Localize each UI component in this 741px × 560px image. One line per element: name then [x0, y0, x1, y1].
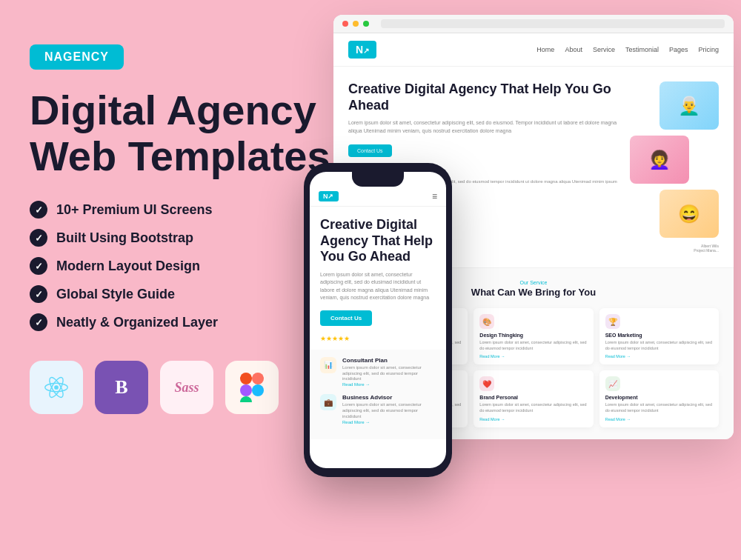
browser-dot-yellow: [353, 21, 359, 27]
service-card-brand: ❤️ Brand Personal Lorem ipsum dolor sit …: [473, 370, 593, 427]
browser-dot-red: [342, 21, 348, 27]
service-card-design: 🎨 Design Thingking Lorem ipsum dolor sit…: [473, 308, 593, 364]
phone-service-item-1: 📊 Consultant Plan Lorem ipsum dolor sit …: [320, 357, 436, 387]
person-image-3: 😄: [659, 190, 719, 238]
service-desc: Lorem ipsum dolor sit amet, consectetur …: [479, 402, 587, 413]
svg-point-8: [252, 384, 264, 396]
check-icon: [30, 285, 47, 303]
phone-service-info-1: Consultant Plan Lorem ipsum dolor sit am…: [342, 357, 436, 387]
site-logo: N↗: [348, 41, 376, 59]
service-icon-brand: ❤️: [479, 376, 494, 391]
phone-mockup: N↗ ≡ Creative Digital Agency That Help Y…: [304, 163, 452, 477]
check-icon: [30, 201, 47, 219]
service-icon-seo: 🏆: [605, 314, 620, 329]
check-icon: [30, 257, 47, 275]
service-name: Consultant Plan: [342, 357, 436, 364]
phone-logo: N↗: [319, 191, 339, 201]
hamburger-icon: ≡: [432, 191, 437, 201]
service-desc: Lorem ipsum dolor sit amet, consectetur …: [342, 402, 436, 419]
read-more[interactable]: Read More →: [342, 382, 436, 387]
brand-badge: NAGENCY: [30, 44, 124, 70]
tech-figma-icon: [225, 361, 279, 414]
service-desc: Lorem ipsum dolor sit amet, consectetur …: [479, 340, 587, 351]
check-icon: [30, 313, 47, 331]
nav-testimonial: Testimonial: [625, 46, 659, 53]
phone-notch: [352, 172, 404, 187]
service-desc: Lorem ipsum dolor sit amet, consectetur …: [605, 340, 713, 351]
check-icon: [30, 229, 47, 247]
nav-home: Home: [536, 46, 554, 53]
svg-point-0: [54, 385, 59, 390]
nav-pages: Pages: [669, 46, 688, 53]
phone-stars: ★★★★★: [320, 335, 436, 342]
read-more-link[interactable]: Read More →: [479, 354, 587, 359]
phone-hero-desc: Lorem ipsum dolor sit amet, consectetur …: [320, 271, 436, 302]
hero-cta-button[interactable]: Contact Us: [348, 144, 392, 157]
service-name: Design Thingking: [479, 333, 587, 338]
person-images-row: 👩‍🦱: [630, 136, 719, 184]
phone-cta-button[interactable]: Contact Us: [320, 310, 372, 326]
phone-hero-section: Creative Digital Agency That Help You Go…: [310, 207, 446, 350]
phone-service-item-2: 💼 Business Advisor Lorem ipsum dolor sit…: [320, 394, 436, 424]
svg-rect-5: [252, 373, 264, 384]
right-panel: N↗ Home About Service Testimonial Pages …: [282, 0, 741, 560]
nav-service: Service: [593, 46, 615, 53]
person-image-1: 👨‍🦳: [659, 81, 719, 130]
read-more[interactable]: Read More →: [342, 420, 436, 424]
hero-desc: Lorem ipsum dolor sit amet, consectetur …: [348, 119, 618, 135]
browser-bar: [333, 15, 734, 33]
tech-sass-icon: Sass: [160, 361, 213, 414]
read-more-link[interactable]: Read More →: [479, 417, 587, 421]
read-more-link[interactable]: Read More →: [605, 417, 713, 421]
nav-links: Home About Service Testimonial Pages Pri…: [536, 46, 719, 53]
phone-screen: N↗ ≡ Creative Digital Agency That Help Y…: [310, 172, 446, 468]
hero-title: Creative Digital Agency That Help You Go…: [348, 81, 618, 113]
site-navbar: N↗ Home About Service Testimonial Pages …: [333, 33, 734, 67]
nav-about: About: [565, 46, 582, 53]
service-card-dev: 📈 Development Lorem ipsum dolor sit amet…: [599, 370, 719, 427]
person-image-2: 👩‍🦱: [630, 136, 689, 184]
tech-bootstrap-icon: B: [95, 361, 148, 414]
phone-navbar: N↗ ≡: [310, 187, 446, 207]
browser-dot-green: [363, 21, 369, 27]
phone-services-section: 📊 Consultant Plan Lorem ipsum dolor sit …: [310, 350, 446, 439]
tech-react-icon: [30, 361, 83, 414]
phone-hero-title: Creative Digital Agency That Help You Go…: [320, 217, 436, 265]
phone-service-icon-1: 📊: [320, 357, 336, 373]
address-bar: [381, 19, 725, 28]
service-name: Brand Personal: [479, 395, 587, 400]
service-icon-design: 🎨: [479, 314, 494, 329]
service-desc: Lorem ipsum dolor sit amet, consectetur …: [605, 402, 713, 413]
read-more-link[interactable]: Read More →: [605, 354, 713, 359]
svg-rect-6: [240, 384, 252, 396]
svg-rect-7: [240, 396, 252, 402]
service-name: Business Advisor: [342, 394, 436, 401]
hero-images: 👨‍🦳 👩‍🦱 😄 Albert WilsProject Mana...: [630, 81, 719, 253]
service-card-seo: 🏆 SEO Marketing Lorem ipsum dolor sit am…: [599, 308, 719, 364]
person-label: Albert WilsProject Mana...: [630, 244, 719, 253]
service-icon-dev: 📈: [605, 376, 620, 391]
svg-rect-4: [240, 373, 252, 384]
service-name: Development: [605, 395, 713, 400]
service-name: SEO Marketing: [605, 333, 713, 338]
phone-service-info-2: Business Advisor Lorem ipsum dolor sit a…: [342, 394, 436, 424]
nav-pricing: Pricing: [698, 46, 719, 53]
phone-service-icon-2: 💼: [320, 394, 336, 410]
service-desc: Lorem ipsum dolor sit amet, consectetur …: [342, 365, 436, 382]
